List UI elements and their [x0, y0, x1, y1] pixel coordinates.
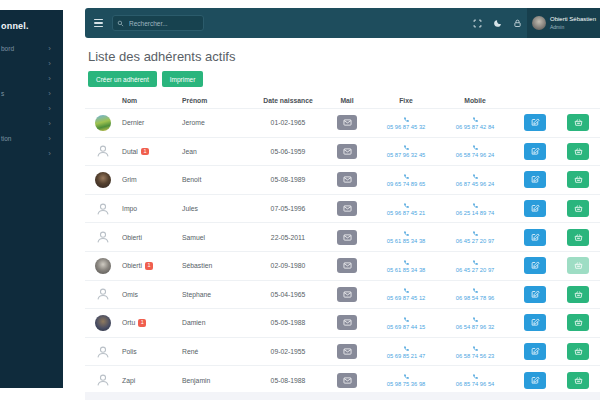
topbar: Obierti Sébastien Admin [85, 8, 600, 38]
mail-button[interactable] [337, 144, 357, 159]
moon-icon[interactable] [487, 19, 507, 28]
edit-button[interactable] [524, 343, 546, 360]
phone-icon [472, 316, 479, 323]
edit-button[interactable] [524, 257, 546, 274]
mail-icon [343, 175, 352, 184]
basket-icon [574, 233, 583, 242]
basket-icon [574, 318, 583, 327]
mobile-phone-link[interactable]: 06 58 74 56 23 [456, 345, 495, 359]
user-avatar [532, 16, 546, 30]
table-body: DernierJerome01-02-196505 96 87 45 3206 … [85, 108, 600, 394]
avatar-cell [85, 143, 122, 159]
mobile-cell: 06 98 54 78 96 [437, 287, 513, 301]
basket-button[interactable] [567, 286, 589, 303]
bottom-strip [85, 392, 600, 400]
basket-button[interactable] [567, 229, 589, 246]
mail-button[interactable] [337, 258, 357, 273]
mail-button[interactable] [337, 230, 357, 245]
mobile-phone-link[interactable]: 06 54 87 96 32 [456, 316, 495, 330]
basket-button[interactable] [567, 143, 589, 160]
create-member-button[interactable]: Créer un adhérent [88, 71, 157, 87]
user-role: Admin [550, 24, 596, 30]
hamburger-icon[interactable] [94, 19, 103, 27]
member-last-name: Obierti [122, 234, 182, 241]
mobile-phone-link[interactable]: 06 45 27 20 97 [456, 230, 495, 244]
edit-button[interactable] [524, 314, 546, 331]
edit-icon [531, 318, 540, 327]
fixe-phone-link[interactable]: 05 96 87 45 21 [387, 202, 426, 216]
fixe-phone-link[interactable]: 05 61 85 34 38 [387, 230, 426, 244]
mail-button[interactable] [337, 287, 357, 302]
fixe-phone-link[interactable]: 09 65 74 89 65 [387, 173, 426, 187]
basket-cell [557, 372, 599, 389]
phone-icon [472, 144, 479, 151]
edit-button[interactable] [524, 114, 546, 131]
mobile-phone-link[interactable]: 06 98 54 78 96 [456, 287, 495, 301]
table-row: PolisRené09-02-195505 69 85 21 4706 58 7… [85, 337, 600, 366]
header-prenom: Prénom [182, 97, 257, 104]
fixe-phone-link[interactable]: 05 69 87 45 12 [387, 287, 426, 301]
fixe-phone-link[interactable]: 05 69 87 44 15 [387, 316, 426, 330]
sidebar-item[interactable]: › [0, 101, 63, 116]
basket-cell [557, 143, 599, 160]
fixe-cell: 05 98 75 36 98 [375, 373, 437, 387]
chevron-right-icon: › [48, 45, 51, 53]
fixe-phone-link[interactable]: 05 61 85 34 38 [387, 259, 426, 273]
page-title: Liste des adhérents actifs [88, 49, 235, 64]
user-menu[interactable]: Obierti Sébastien Admin [527, 8, 600, 38]
edit-button[interactable] [524, 200, 546, 217]
phone-icon [403, 373, 410, 380]
basket-button[interactable] [567, 372, 589, 389]
mail-button[interactable] [337, 201, 357, 216]
basket-button[interactable] [567, 314, 589, 331]
sidebar-item[interactable]: › [0, 116, 63, 131]
sidebar-item[interactable]: tion› [0, 131, 63, 146]
mobile-phone-link[interactable]: 06 58 74 96 24 [456, 144, 495, 158]
basket-button[interactable] [567, 171, 589, 188]
sidebar-item[interactable]: › [0, 71, 63, 86]
edit-button[interactable] [524, 171, 546, 188]
fixe-cell: 05 61 85 34 38 [375, 259, 437, 273]
mail-button[interactable] [337, 373, 357, 388]
edit-button[interactable] [524, 286, 546, 303]
phone-icon [403, 173, 410, 180]
fixe-phone-link[interactable]: 05 98 75 36 98 [387, 373, 426, 387]
basket-button[interactable] [567, 257, 589, 274]
mail-button[interactable] [337, 172, 357, 187]
lock-icon[interactable] [507, 19, 527, 28]
mail-button[interactable] [337, 115, 357, 130]
table-row: Obierti1Sébastien02-09-198005 61 85 34 3… [85, 251, 600, 280]
mobile-phone-link[interactable]: 06 87 45 96 24 [456, 173, 495, 187]
edit-button[interactable] [524, 372, 546, 389]
sidebar-item[interactable]: s› [0, 86, 63, 101]
print-button[interactable]: Imprimer [162, 71, 204, 87]
avatar-cell [85, 286, 122, 302]
fullscreen-icon[interactable] [467, 19, 487, 28]
mobile-phone-link[interactable]: 06 45 27 20 97 [456, 259, 495, 273]
basket-button[interactable] [567, 200, 589, 217]
mobile-phone-link[interactable]: 06 25 14 89 74 [456, 202, 495, 216]
fixe-phone-link[interactable]: 05 96 87 45 32 [387, 116, 426, 130]
edit-cell [513, 372, 557, 389]
mobile-phone-link[interactable]: 06 95 87 42 84 [456, 116, 495, 130]
mobile-cell: 06 25 14 89 74 [437, 202, 513, 216]
fixe-phone-link[interactable]: 05 69 85 21 47 [387, 345, 426, 359]
basket-button[interactable] [567, 114, 589, 131]
edit-button[interactable] [524, 143, 546, 160]
mail-button[interactable] [337, 315, 357, 330]
mail-button[interactable] [337, 344, 357, 359]
sidebar-item[interactable]: › [0, 146, 63, 161]
sidebar-item[interactable]: › [0, 56, 63, 71]
sidebar-item[interactable]: bord› [0, 41, 63, 56]
mobile-phone-link[interactable]: 06 85 74 96 54 [456, 373, 495, 387]
member-first-name: Samuel [182, 234, 257, 241]
phone-icon [472, 287, 479, 294]
table-row: ObiertiSamuel22-05-201105 61 85 34 3806 … [85, 222, 600, 251]
fixe-phone-link[interactable]: 05 87 96 32 45 [387, 144, 426, 158]
mobile-cell: 06 54 87 96 32 [437, 316, 513, 330]
edit-button[interactable] [524, 229, 546, 246]
member-avatar [95, 258, 111, 274]
user-placeholder-icon [95, 344, 111, 360]
basket-button[interactable] [567, 343, 589, 360]
search-input[interactable] [127, 19, 199, 28]
